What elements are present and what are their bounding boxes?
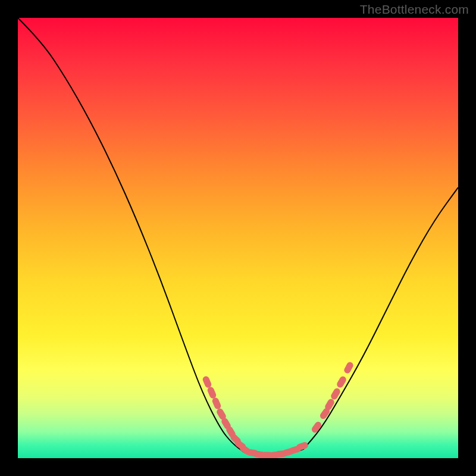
marker-pill <box>206 386 217 400</box>
watermark-text: TheBottleneck.com <box>360 2 469 17</box>
bottleneck-curve <box>18 18 458 456</box>
marker-pill <box>211 397 222 411</box>
chart-svg <box>18 18 458 458</box>
marker-pill <box>343 361 354 375</box>
chart-plot-area <box>18 18 458 458</box>
curve-path <box>18 18 458 456</box>
marker-dots <box>202 361 355 458</box>
marker-pill <box>202 375 212 389</box>
